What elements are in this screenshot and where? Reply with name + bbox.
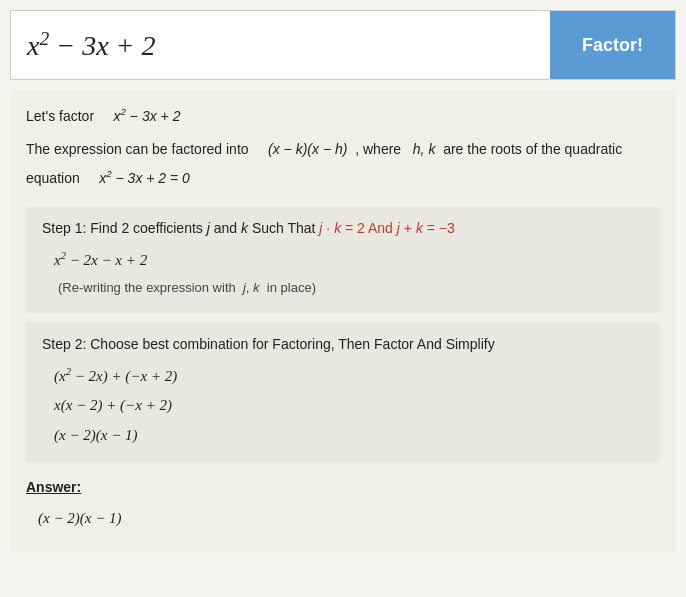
intro-prefix: Let's factor — [26, 108, 94, 124]
step2-line3: (x − 2)(x − 1) — [54, 423, 644, 449]
expl-prefix: The expression can be factored into — [26, 141, 249, 157]
content-area: Let's factor x2 − 3x + 2 The expression … — [10, 90, 676, 552]
eq-prefix: equation — [26, 170, 80, 186]
expl-vars: h, k — [413, 141, 436, 157]
factor-button[interactable]: Factor! — [550, 11, 675, 79]
eq-formula: x2 − 3x + 2 = 0 — [99, 170, 190, 186]
step1-condition: j · k = 2 And j + k = −3 — [319, 220, 454, 236]
top-bar: x2 − 3x + 2 Factor! — [10, 10, 676, 80]
explanation-line1: The expression can be factored into (x −… — [26, 138, 660, 162]
step1-math: x2 − 2x − x + 2 — [54, 247, 644, 274]
step2-title: Step 2: Choose best combination for Fact… — [42, 333, 644, 357]
equation-line: equation x2 − 3x + 2 = 0 — [26, 166, 660, 190]
step2-line2: x(x − 2) + (−x + 2) — [54, 393, 644, 419]
intro-expression: x2 − 3x + 2 — [114, 108, 181, 124]
answer-section: Answer: (x − 2)(x − 1) — [26, 476, 660, 531]
answer-value: (x − 2)(x − 1) — [38, 506, 660, 532]
step2-line1: (x2 − 2x) + (−x + 2) — [54, 363, 644, 390]
expl-where: , where — [355, 141, 401, 157]
expl-formula: (x − k)(x − h) — [268, 141, 347, 157]
step1-note: (Re-writing the expression with j, k in … — [58, 277, 644, 299]
step2-block: Step 2: Choose best combination for Fact… — [26, 323, 660, 462]
expl-tail: are the roots of the quadratic — [443, 141, 622, 157]
intro-line: Let's factor x2 − 3x + 2 — [26, 104, 660, 128]
expression-display: x2 − 3x + 2 — [11, 11, 550, 79]
step1-block: Step 1: Find 2 coefficients j and k Such… — [26, 207, 660, 313]
step1-title: Step 1: Find 2 coefficients j and k Such… — [42, 217, 644, 241]
answer-label: Answer: — [26, 476, 660, 500]
expression-text: x2 − 3x + 2 — [27, 28, 155, 62]
